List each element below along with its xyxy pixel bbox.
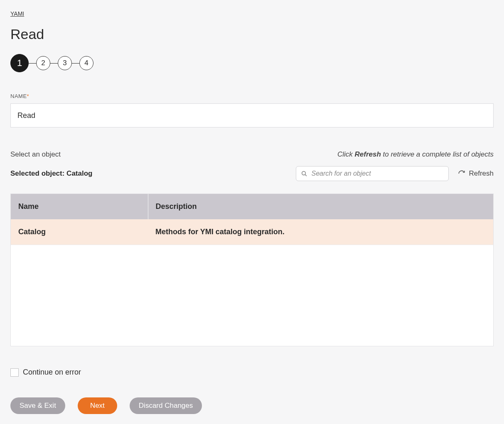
search-icon [301,170,307,177]
page-title: Read [10,26,494,42]
name-label: NAME* [10,93,494,99]
discard-button[interactable]: Discard Changes [130,397,202,414]
step-connector [50,63,58,64]
continue-on-error-checkbox[interactable] [10,368,19,377]
object-table-container: Name Description Catalog Methods for YMI… [10,194,494,346]
continue-on-error-label[interactable]: Continue on error [23,368,81,377]
refresh-icon [458,170,465,177]
step-2[interactable]: 2 [36,56,50,70]
table-row[interactable]: Catalog Methods for YMI catalog integrat… [11,219,493,245]
selected-object-text: Selected object: Catalog [10,169,92,178]
search-wrap [296,166,449,181]
cell-name: Catalog [11,219,148,245]
next-button[interactable]: Next [78,397,117,414]
cell-description: Methods for YMI catalog integration. [148,219,493,245]
breadcrumb[interactable]: YAMI [10,10,24,17]
stepper: 1 2 3 4 [10,54,494,72]
object-table: Name Description Catalog Methods for YMI… [11,194,493,245]
svg-line-1 [305,174,307,176]
save-exit-button[interactable]: Save & Exit [10,397,65,414]
step-4[interactable]: 4 [79,56,93,70]
table-header-name[interactable]: Name [11,194,148,219]
table-header-description[interactable]: Description [148,194,493,219]
svg-point-0 [302,172,306,175]
step-1[interactable]: 1 [10,54,29,72]
search-input[interactable] [296,166,449,181]
refresh-hint: Click Refresh to retrieve a complete lis… [337,150,494,159]
step-connector [29,63,36,64]
step-connector [72,63,79,64]
select-object-label: Select an object [10,150,61,159]
step-3[interactable]: 3 [58,56,72,70]
name-input[interactable] [10,103,494,127]
refresh-button[interactable]: Refresh [458,169,494,178]
